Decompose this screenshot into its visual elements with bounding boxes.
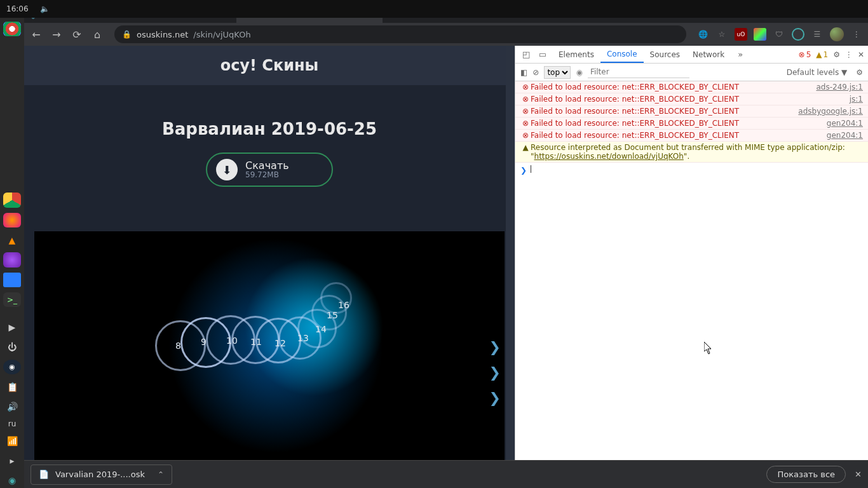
console-clear-button[interactable]: ⊘ [532,68,539,77]
address-bar[interactable]: 🔒 osuskins.net/skin/vjUqKOh [114,25,686,43]
console-context-select[interactable]: top [544,66,571,79]
download-file-icon: 📄 [39,470,49,479]
error-message: Failed to load resource: net::ERR_BLOCKE… [531,95,843,104]
reading-list-icon[interactable]: ☰ [811,28,824,41]
ext-shield-icon[interactable]: 🛡 [773,28,785,41]
carousel-next-1[interactable]: ❯ [489,339,501,355]
carousel-next-2[interactable]: ❯ [489,365,501,381]
console-error-row[interactable]: ⊗Failed to load resource: net::ERR_BLOCK… [515,81,868,93]
devtools-warn-count[interactable]: ▲ 1 [816,50,828,59]
console-error-row[interactable]: ⊗Failed to load resource: net::ERR_BLOCK… [515,105,868,118]
clock: 16:06 [0,4,35,13]
nav-back-button[interactable]: ← [29,27,43,41]
lock-icon: 🔒 [122,30,132,39]
page-content: осу! Скины Варвалиан 2019-06-25 ⬇ Скачат… [24,46,515,488]
console-output[interactable]: ⊗Failed to load resource: net::ERR_BLOCK… [515,81,868,488]
dock-lang-indicator[interactable]: ru [8,419,17,428]
dock-vlc-icon[interactable]: ▲ [3,233,21,247]
error-source-link[interactable]: adsbygoogle.js:1 [792,107,863,116]
console-error-row[interactable]: ⊗Failed to load resource: net::ERR_BLOCK… [515,93,868,105]
url-path: /skin/vjUqKOh [193,30,250,39]
download-label: Скачать [245,160,289,172]
download-button[interactable]: ⬇ Скачать 59.72MB [206,152,333,187]
browser-menu-button[interactable]: ⋮ [850,28,863,41]
page-scrollbar[interactable] [506,46,515,488]
error-icon: ⊗ [520,107,531,116]
dock-wifi-icon[interactable]: 📶 [3,433,21,448]
site-header[interactable]: осу! Скины [24,46,515,85]
warning-icon: ▲ [520,143,531,152]
circle-label: 9 [201,337,207,347]
nav-reload-button[interactable]: ⟳ [70,27,84,41]
error-icon: ⊗ [520,119,531,128]
dock-app-purple-icon[interactable] [3,252,21,267]
dock-expand-icon[interactable]: ▸ [3,453,21,468]
dock-terminal-icon[interactable]: >_ [3,292,21,307]
console-settings-icon[interactable]: ⚙ [856,68,863,77]
console-sidebar-toggle[interactable]: ◧ [520,68,527,77]
devtools-panel: ◰ ▭ ElementsConsoleSourcesNetwork » ⊗ 5 … [515,46,868,488]
url-host: osuskins.net [137,30,188,39]
devtools-error-count[interactable]: ⊗ 5 [799,50,811,59]
download-chip[interactable]: 📄 Varvalian 2019-....osk ⌃ [31,464,172,485]
site-title: осу! Скины [220,57,319,74]
error-source-link[interactable]: js:1 [843,95,863,104]
devtools-tabs: ◰ ▭ ElementsConsoleSourcesNetwork » ⊗ 5 … [515,46,868,64]
downloads-show-all-button[interactable]: Показать все [766,466,846,483]
dock-chrome-icon[interactable] [3,22,21,36]
ublock-icon[interactable]: uO [735,28,747,41]
error-source-link[interactable]: gen204:1 [820,131,863,140]
ext-circle-icon[interactable] [792,28,804,41]
console-error-row[interactable]: ⊗Failed to load resource: net::ERR_BLOCK… [515,130,868,142]
nav-forward-button[interactable]: → [50,27,64,41]
dock-firefox-icon[interactable] [3,213,21,227]
console-filter-input[interactable] [588,66,689,78]
devtools-menu-icon[interactable]: ⋮ [845,50,853,59]
devtools-tab-console[interactable]: Console [600,46,644,63]
error-message: Failed to load resource: net::ERR_BLOCKE… [531,119,820,128]
console-error-row[interactable]: ⊗Failed to load resource: net::ERR_BLOCK… [515,118,868,130]
translate-icon[interactable]: 🌐 [696,28,709,41]
error-icon: ⊗ [520,131,531,140]
devtools-inspect-icon[interactable]: ◰ [519,50,533,59]
circle-label: 16 [338,300,349,310]
nav-home-button[interactable]: ⌂ [90,27,104,41]
dock-steam-icon[interactable]: ◉ [3,360,21,374]
dock-play-icon[interactable]: ▶ [3,320,21,334]
download-size: 59.72MB [245,171,289,179]
carousel-next-3[interactable]: ❯ [489,390,501,406]
ext-rainbow-icon[interactable] [754,28,766,41]
devtools-more-tabs-icon[interactable]: » [733,50,747,59]
warning-message: Resource interpreted as Document but tra… [531,143,863,161]
dock-files-icon[interactable] [3,273,21,287]
dock-google-chrome-icon[interactable] [3,193,21,207]
error-source-link[interactable]: gen204:1 [820,119,863,128]
dock-sound-icon[interactable]: 🔊 [3,400,21,414]
console-levels-dropdown[interactable]: Default levels ▼ [787,68,848,77]
extension-icons: 🌐 ☆ uO 🛡 ☰ ⋮ [696,27,863,41]
os-dock: ▲ >_ ▶ ⏻ ◉ 📋 🔊 ru 📶 ▸ ◉ [0,18,24,488]
dock-clipboard-icon[interactable]: 📋 [3,379,21,394]
downloads-bar: 📄 Varvalian 2019-....osk ⌃ Показать все … [24,460,868,488]
volume-icon[interactable]: 🔈 [35,4,55,13]
download-chip-menu[interactable]: ⌃ [158,470,164,479]
dock-settings-icon[interactable]: ◉ [3,473,21,488]
downloads-close-button[interactable]: ✕ [855,470,862,479]
console-warning-row[interactable]: ▲Resource interpreted as Document but tr… [515,142,868,163]
error-source-link[interactable]: ads-249.js:1 [810,83,863,92]
dock-power-icon[interactable]: ⏻ [3,340,21,355]
devtools-tab-elements[interactable]: Elements [552,46,600,63]
devtools-tab-network[interactable]: Network [686,46,731,63]
circle-label: 13 [297,333,309,343]
devtools-settings-icon[interactable]: ⚙ [833,50,840,59]
console-prompt[interactable]: ❯ [515,163,868,177]
circle-label: 8 [175,341,181,351]
devtools-tab-sources[interactable]: Sources [644,46,686,63]
bookmark-star-icon[interactable]: ☆ [715,28,728,41]
profile-avatar[interactable] [830,27,844,41]
devtools-device-icon[interactable]: ▭ [536,50,550,59]
skin-title: Варвалиан 2019-06-25 [24,119,515,139]
devtools-close-icon[interactable]: ✕ [858,50,864,59]
os-top-panel: 16:06 🔈 [0,0,868,18]
console-live-icon[interactable]: ◉ [576,68,582,77]
